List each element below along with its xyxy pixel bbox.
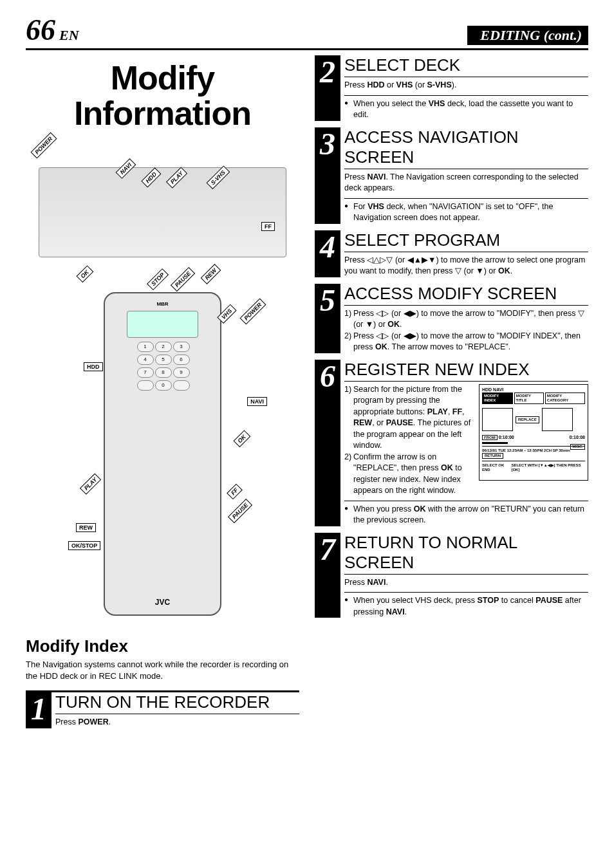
section-header: EDITING (cont.) bbox=[467, 26, 588, 45]
step-6-item1: 1)Search for the picture from the progra… bbox=[344, 384, 588, 452]
step-7-bullet: When you select VHS deck, press STOP to … bbox=[344, 592, 588, 618]
step-6-num: 6 bbox=[320, 360, 335, 392]
callout-remote-play: PLAY bbox=[80, 473, 101, 494]
callout-ff: FF bbox=[261, 222, 275, 231]
step-4: 4 SELECT PROGRAM Press ◁△▷▽ (or ◀▲▶▼) to… bbox=[315, 230, 588, 277]
step-4-title: SELECT PROGRAM bbox=[344, 230, 588, 252]
right-column: 2 SELECT DECK Press HDD or VHS (or S-VHS… bbox=[315, 55, 588, 735]
key-6: 6 bbox=[173, 355, 190, 365]
step-3-num: 3 bbox=[320, 127, 335, 160]
step-6-item2: 2)Confirm the arrow is on "REPLACE", the… bbox=[344, 452, 588, 497]
callout-power: POWER bbox=[30, 133, 57, 159]
callout-remote-pause: PAUSE bbox=[228, 499, 252, 523]
step-5-title: ACCESS MODIFY SCREEN bbox=[344, 284, 588, 306]
step-2-text: Press HDD or VHS (or S-VHS). bbox=[344, 80, 588, 91]
callout-remote-okstop: OK/STOP bbox=[68, 541, 100, 550]
step-5-item1: 1)Press ◁▷ (or ◀▶) to move the arrow to … bbox=[344, 308, 588, 331]
key-9: 9 bbox=[173, 367, 190, 378]
page-header: 66EN EDITING (cont.) bbox=[26, 13, 588, 50]
callout-remote-ff: FF bbox=[227, 484, 243, 500]
key-2: 2 bbox=[155, 342, 172, 352]
step-4-num: 4 bbox=[320, 230, 335, 263]
step-5-num: 5 bbox=[320, 284, 335, 316]
device-illustration: POWER NAVI HDD PLAY S-VHS OK STOP PAUSE … bbox=[26, 138, 299, 286]
page-number: 66 bbox=[26, 14, 55, 46]
step-5: 5 ACCESS MODIFY SCREEN 1)Press ◁▷ (or ◀▶… bbox=[315, 284, 588, 353]
key-8: 8 bbox=[155, 367, 172, 378]
step-6-title: REGISTER NEW INDEX bbox=[344, 360, 588, 382]
callout-remote-rew: REW bbox=[76, 523, 96, 532]
modify-index-text: The Navigation systems cannot work while… bbox=[26, 659, 299, 681]
step-7-num: 7 bbox=[320, 533, 335, 565]
remote-brand: JVC bbox=[155, 598, 170, 607]
key-0: 0 bbox=[155, 380, 172, 391]
step-6: 6 REGISTER NEW INDEX HDD NAVI MODIFY IND… bbox=[315, 360, 588, 526]
remote-keypad: 1 2 3 4 5 6 7 8 9 0 bbox=[137, 342, 189, 391]
callout-remote-navi: NAVI bbox=[247, 397, 267, 406]
step-1-num: 1 bbox=[31, 692, 46, 725]
step-1: 1 TURN ON THE RECORDER Press POWER. bbox=[26, 692, 299, 728]
remote-mbr-label: MBR bbox=[156, 301, 168, 307]
left-column: Modify Information POWER NAVI HDD PLAY S… bbox=[26, 55, 299, 735]
callout-remote-power: POWER bbox=[239, 299, 266, 325]
key-5: 5 bbox=[155, 355, 172, 365]
step-6-bullet: When you press OK with the arrow on "RET… bbox=[344, 501, 588, 526]
step-3-title: ACCESS NAVIGATION SCREEN bbox=[344, 127, 588, 169]
remote-illustration: MBR 1 2 3 4 5 6 7 8 9 0 bbox=[26, 286, 299, 621]
callout-remote-hdd: HDD bbox=[84, 362, 103, 371]
step-3: 3 ACCESS NAVIGATION SCREEN Press NAVI. T… bbox=[315, 127, 588, 224]
callout-rew: REW bbox=[201, 264, 221, 284]
key-1: 1 bbox=[137, 342, 154, 352]
step-2-num: 2 bbox=[320, 55, 335, 88]
step-3-bullet: For VHS deck, when "NAVIGATION" is set t… bbox=[344, 198, 588, 224]
step-5-item2: 2)Press ◁▷ (or ◀▶) to move the arrow to … bbox=[344, 331, 588, 353]
step-2-bullet: When you select the VHS deck, load the c… bbox=[344, 95, 588, 121]
callout-remote-ok: OK bbox=[233, 430, 250, 448]
key-4: 4 bbox=[137, 355, 154, 365]
key-7: 7 bbox=[137, 367, 154, 378]
step-3-text: Press NAVI. The Navigation screen corres… bbox=[344, 172, 588, 194]
step-1-text: Press POWER. bbox=[55, 717, 299, 728]
page-number-block: 66EN bbox=[26, 13, 79, 47]
step-7: 7 RETURN TO NORMAL SCREEN Press NAVI. Wh… bbox=[315, 533, 588, 618]
step-2-title: SELECT DECK bbox=[344, 55, 588, 77]
main-title: Modify Information bbox=[26, 60, 299, 131]
callout-ok: OK bbox=[76, 266, 93, 283]
step-4-text: Press ◁△▷▽ (or ◀▲▶▼) to move the arrow t… bbox=[344, 255, 588, 277]
step-7-title: RETURN TO NORMAL SCREEN bbox=[344, 533, 588, 575]
remote-screen bbox=[127, 311, 198, 338]
key-3: 3 bbox=[173, 342, 190, 352]
page-lang: EN bbox=[59, 27, 79, 43]
step-2: 2 SELECT DECK Press HDD or VHS (or S-VHS… bbox=[315, 55, 588, 121]
modify-index-title: Modify Index bbox=[26, 636, 299, 656]
step-1-title: TURN ON THE RECORDER bbox=[55, 692, 299, 714]
step-7-text: Press NAVI. bbox=[344, 577, 588, 589]
